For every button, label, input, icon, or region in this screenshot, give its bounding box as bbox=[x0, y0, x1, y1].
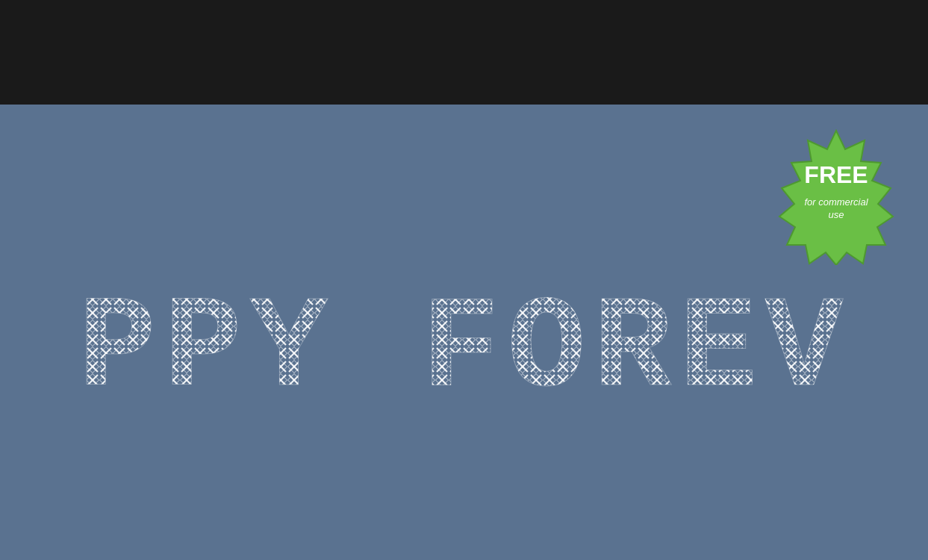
badge-line3: use bbox=[829, 209, 844, 220]
top-bar bbox=[0, 0, 928, 105]
free-badge: FREE for commercial use bbox=[767, 127, 906, 265]
badge-free-text: FREE bbox=[804, 161, 868, 188]
font-preview-outline: HAPPY FOREVER bbox=[72, 276, 856, 424]
font-preview-svg: HAPPY FOREVER HAPPY FOREVER bbox=[72, 239, 856, 426]
badge-line2: for commercial bbox=[804, 196, 868, 208]
main-preview: FREE for commercial use HAPPY FOREVER bbox=[0, 105, 928, 560]
